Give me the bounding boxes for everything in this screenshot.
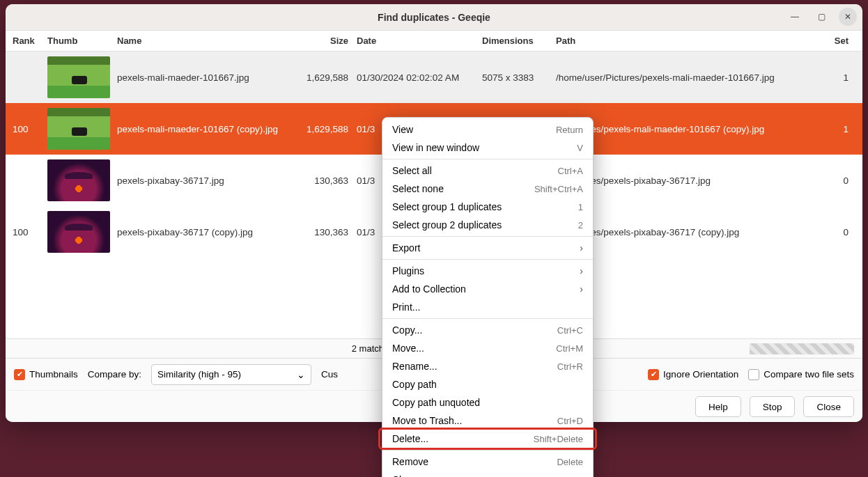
menu-delete[interactable]: Delete...Shift+Delete [382,430,593,448]
maximize-button[interactable]: ▢ [812,8,830,26]
window-controls: — ▢ ✕ [786,8,857,26]
menu-select-group1[interactable]: Select group 1 duplicates1 [382,198,593,216]
cell-name: pexels-pixabay-36717 (copy).jpg [117,227,298,237]
col-thumb[interactable]: Thumb [47,36,117,46]
menu-copy[interactable]: Copy...Ctrl+C [382,321,593,339]
cell-thumb [47,108,117,150]
cell-set: 0 [824,175,862,186]
cell-set: 0 [824,227,862,237]
cell-thumb [47,211,117,253]
cell-set: 1 [824,124,862,134]
menu-separator [382,318,593,319]
custom-threshold-label: Cus [321,369,338,380]
thumbnail-image [47,108,110,150]
menu-copy-path-unquoted[interactable]: Copy path unquoted [382,393,593,412]
col-date[interactable]: Date [354,36,479,46]
menu-export[interactable]: Export› [382,239,593,257]
check-icon: ✔ [748,369,759,380]
minimize-button[interactable]: — [786,8,804,26]
cell-size: 130,363 [298,227,354,237]
ignore-orientation-label: Ignore Orientation [663,369,738,380]
cell-size: 1,629,588 [298,72,354,83]
help-button[interactable]: Help [695,396,741,417]
thumbnail-image [47,56,110,98]
titlebar: Find duplicates - Geeqie — ▢ ✕ [6,4,862,31]
cell-size: 1,629,588 [298,124,354,134]
compare-by-value: Similarity (high - 95) [157,369,241,380]
thumbnails-checkbox[interactable]: ✔ Thumbnails [14,369,78,380]
col-rank[interactable]: Rank [6,36,47,46]
menu-add-collection[interactable]: Add to Collection› [382,280,593,298]
cell-path: /home/user/Pictures/pexels-mali-maeder-1… [549,72,824,83]
cell-name: pexels-mali-maeder-101667 (copy).jpg [117,124,298,134]
col-size[interactable]: Size [298,36,354,46]
ignore-orientation-checkbox[interactable]: ✔ Ignore Orientation [648,369,738,380]
cell-date: 01/30/2024 02:02:02 AM [354,72,479,83]
menu-move-trash[interactable]: Move to Trash...Ctrl+D [382,412,593,430]
check-icon: ✔ [648,369,659,380]
menu-separator [382,236,593,237]
menu-separator [382,159,593,159]
cell-name: pexels-pixabay-36717.jpg [117,175,298,186]
menu-separator [382,450,593,451]
progress-strip [750,343,854,354]
menu-clear[interactable]: ClearCtrl+Delete [382,471,593,477]
cell-thumb [47,56,117,98]
cell-rank: 100 [6,124,47,134]
menu-separator [382,259,593,260]
thumbnails-label: Thumbnails [29,369,78,380]
chevron-right-icon: › [580,242,583,253]
chevron-right-icon: › [580,265,583,276]
table-header: Rank Thumb Name Size Date Dimensions Pat… [6,31,862,52]
compare-by-combo[interactable]: Similarity (high - 95) ⌄ [151,364,311,385]
close-button[interactable]: ✕ [839,8,857,26]
compare-two-sets-label: Compare two file sets [764,369,854,380]
thumbnail-image [47,159,110,201]
menu-view-new-window[interactable]: View in new windowV [382,139,593,157]
cell-thumb [47,159,117,201]
menu-copy-path[interactable]: Copy path [382,375,593,393]
menu-select-none[interactable]: Select noneShift+Ctrl+A [382,180,593,198]
cell-dimensions: 5075 x 3383 [479,72,549,83]
chevron-down-icon: ⌄ [297,369,305,380]
menu-remove[interactable]: RemoveDelete [382,453,593,471]
table-row[interactable]: pexels-mali-maeder-101667.jpg1,629,58801… [6,52,862,103]
compare-two-sets-checkbox[interactable]: ✔ Compare two file sets [748,369,854,380]
col-dimensions[interactable]: Dimensions [479,36,549,46]
menu-select-all[interactable]: Select allCtrl+A [382,162,593,180]
col-path[interactable]: Path [549,36,824,46]
stop-button[interactable]: Stop [750,396,796,417]
check-icon: ✔ [14,369,25,380]
menu-move[interactable]: Move...Ctrl+M [382,339,593,357]
menu-print[interactable]: Print... [382,298,593,316]
context-menu: ViewReturn View in new windowV Select al… [382,117,594,477]
cell-set: 1 [824,72,862,83]
menu-rename[interactable]: Rename...Ctrl+R [382,357,593,375]
chevron-right-icon: › [580,283,583,295]
compare-by-label: Compare by: [88,369,141,380]
thumbnail-image [47,211,110,253]
window-title: Find duplicates - Geeqie [378,12,490,23]
col-name[interactable]: Name [117,36,298,46]
cell-rank: 100 [6,227,47,237]
menu-select-group2[interactable]: Select group 2 duplicates2 [382,216,593,234]
cell-size: 130,363 [298,175,354,186]
col-set[interactable]: Set [824,36,862,46]
cell-name: pexels-mali-maeder-101667.jpg [117,72,298,83]
menu-view[interactable]: ViewReturn [382,120,593,139]
close-dialog-button[interactable]: Close [803,396,854,417]
menu-plugins[interactable]: Plugins› [382,262,593,280]
